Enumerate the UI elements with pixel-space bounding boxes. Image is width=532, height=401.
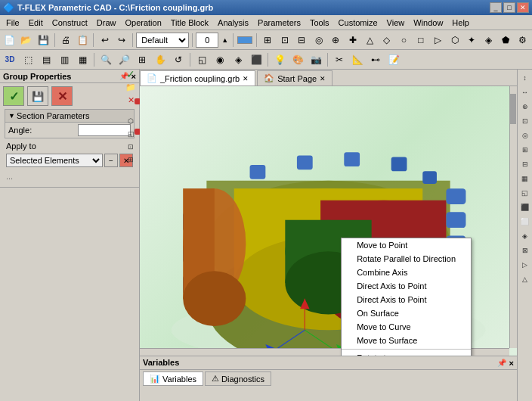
snap2-btn[interactable]: ⊡ <box>277 32 293 48</box>
rt-btn-7[interactable]: ⊟ <box>518 157 532 171</box>
material-btn[interactable]: 🎨 <box>289 51 306 68</box>
snap7-btn[interactable]: △ <box>362 32 378 48</box>
rt-btn-4[interactable]: ⊡ <box>518 114 532 128</box>
view-front-btn[interactable]: ▤ <box>38 51 54 68</box>
new-button[interactable]: 📄 <box>2 32 17 48</box>
light-btn[interactable]: 💡 <box>271 51 288 68</box>
tab-close-2[interactable]: ✕ <box>320 75 326 82</box>
rt-btn-8[interactable]: ▦ <box>518 172 532 185</box>
rt-btn-10[interactable]: ⬛ <box>518 201 532 214</box>
pv-btn-1[interactable]: ✓ <box>125 68 137 80</box>
angle-input[interactable] <box>78 124 131 136</box>
pan-btn[interactable]: ✋ <box>152 51 169 68</box>
apply-to-select[interactable]: Selected Elements <box>6 154 103 167</box>
minimize-button[interactable]: _ <box>490 2 502 13</box>
snap10-btn[interactable]: □ <box>413 32 429 48</box>
scrollbar-vertical[interactable] <box>509 86 517 348</box>
menu-titleblock[interactable]: Title Block <box>166 17 213 29</box>
save-props-button[interactable]: 💾 <box>27 86 48 106</box>
snap11-btn[interactable]: ▷ <box>430 32 446 48</box>
menu-tools[interactable]: Tools <box>305 17 334 29</box>
bottom-pin-icon[interactable]: 📌 <box>497 359 506 367</box>
shade3-btn[interactable]: ⬛ <box>248 51 264 68</box>
tab-diagnostics[interactable]: ⚠ Diagnostics <box>205 371 271 386</box>
view-top-btn[interactable]: ▥ <box>56 51 73 68</box>
menu-file[interactable]: File <box>2 17 24 29</box>
settings-gear-btn[interactable]: ⚙ <box>515 32 531 48</box>
rotate-btn[interactable]: ↺ <box>170 51 187 68</box>
tab-close-1[interactable]: ✕ <box>243 75 249 82</box>
view-right-btn[interactable]: ▦ <box>74 51 91 68</box>
menu-edit[interactable]: Edit <box>24 17 48 29</box>
camera-btn[interactable]: 📷 <box>308 51 324 68</box>
ctx-rotate-parallel[interactable]: Rotate Parallel to Direction <box>342 252 471 266</box>
shade-btn[interactable]: ◉ <box>212 51 228 68</box>
section-params-header[interactable]: ▼ Section Parameters <box>5 110 134 123</box>
ctx-direct-axis-2[interactable]: Direct Axis to Point <box>342 293 471 306</box>
rt-btn-5[interactable]: ◎ <box>518 129 532 142</box>
viewport[interactable]: Y X Move to Point Rotate Parallel to Dir… <box>140 86 517 356</box>
tab-variables[interactable]: 📊 Variables <box>143 371 203 386</box>
zoom-out-btn[interactable]: 🔎 <box>116 51 132 68</box>
print2-button[interactable]: 📋 <box>75 32 91 48</box>
open-button[interactable]: 📂 <box>19 32 35 48</box>
zoom-in-btn[interactable]: 🔍 <box>97 51 114 68</box>
rt-btn-15[interactable]: △ <box>518 272 532 286</box>
menu-customize[interactable]: Customize <box>334 17 382 29</box>
rt-btn-1[interactable]: ↕ <box>518 71 532 85</box>
ctx-move-to-curve[interactable]: Move to Curve <box>342 320 471 334</box>
ctx-direct-axis-1[interactable]: Direct Axis to Point <box>342 279 471 293</box>
rt-btn-14[interactable]: ▷ <box>518 258 532 272</box>
snap12-btn[interactable]: ⬡ <box>447 32 463 48</box>
rt-btn-12[interactable]: ◈ <box>518 229 532 243</box>
zoom-fit-btn[interactable]: ⊞ <box>134 51 150 68</box>
snap13-btn[interactable]: ✦ <box>464 32 480 48</box>
menu-help[interactable]: Help <box>447 17 474 29</box>
redo-button[interactable]: ↪ <box>114 32 130 48</box>
snap8-btn[interactable]: ◇ <box>379 32 395 48</box>
ctx-combine-axis[interactable]: Combine Axis <box>342 266 471 279</box>
snap5-btn[interactable]: ⊕ <box>328 32 344 48</box>
level-input[interactable] <box>196 33 218 48</box>
save-button[interactable]: 💾 <box>36 32 51 48</box>
menu-draw[interactable]: Draw <box>92 17 121 29</box>
view-iso-btn[interactable]: ⬚ <box>20 51 36 68</box>
view3d-btn[interactable]: 3D <box>2 51 18 68</box>
wireframe-btn[interactable]: ◱ <box>193 51 210 68</box>
rt-btn-13[interactable]: ⊠ <box>518 244 532 257</box>
menu-parameters[interactable]: Parameters <box>253 17 305 29</box>
tab-start-page[interactable]: 🏠 Start Page ✕ <box>257 70 332 85</box>
pv-btn-2[interactable]: 📁 <box>125 81 137 93</box>
snap15-btn[interactable]: ⬟ <box>498 32 514 48</box>
confirm-button[interactable]: ✓ <box>3 86 24 106</box>
pv-btn-6[interactable]: ⊡ <box>125 141 137 153</box>
menu-operation[interactable]: Operation <box>120 17 165 29</box>
ctx-move-to-surface[interactable]: Move to Surface <box>342 334 471 347</box>
level-spin-up[interactable]: ▲ <box>220 32 230 48</box>
print-button[interactable]: 🖨 <box>57 32 73 48</box>
rt-btn-2[interactable]: ↔ <box>518 85 532 99</box>
snap1-btn[interactable]: ⊞ <box>260 32 276 48</box>
measure-btn[interactable]: 📐 <box>349 51 366 68</box>
color-btn[interactable] <box>237 32 253 48</box>
ctx-move-to-point[interactable]: Move to Point <box>342 238 471 252</box>
menu-analysis[interactable]: Analysis <box>213 17 253 29</box>
scrollbar-thumb-v[interactable] <box>510 94 516 124</box>
note-btn[interactable]: 📝 <box>385 51 402 68</box>
maximize-button[interactable]: □ <box>503 2 515 13</box>
snap9-btn[interactable]: ○ <box>396 32 412 48</box>
snap4-btn[interactable]: ◎ <box>311 32 327 48</box>
section-btn[interactable]: ✂ <box>331 51 348 68</box>
undo-button[interactable]: ↩ <box>97 32 113 48</box>
cancel-props-button[interactable]: ✕ <box>51 86 73 106</box>
menu-view[interactable]: View <box>382 17 410 29</box>
rt-btn-3[interactable]: ⊕ <box>518 100 532 113</box>
pv-btn-7[interactable]: ⊞ <box>125 154 137 166</box>
ctx-on-surface[interactable]: On Surface <box>342 306 471 320</box>
menu-window[interactable]: Window <box>409 17 447 29</box>
apply-minus-btn[interactable]: − <box>104 154 118 167</box>
dim-btn[interactable]: ⊷ <box>367 51 384 68</box>
bottom-close-icon[interactable]: × <box>509 359 514 368</box>
tab-friction-coupling[interactable]: 📄 _Friction coupling.grb ✕ <box>140 70 255 85</box>
rt-btn-6[interactable]: ⊞ <box>518 143 532 157</box>
